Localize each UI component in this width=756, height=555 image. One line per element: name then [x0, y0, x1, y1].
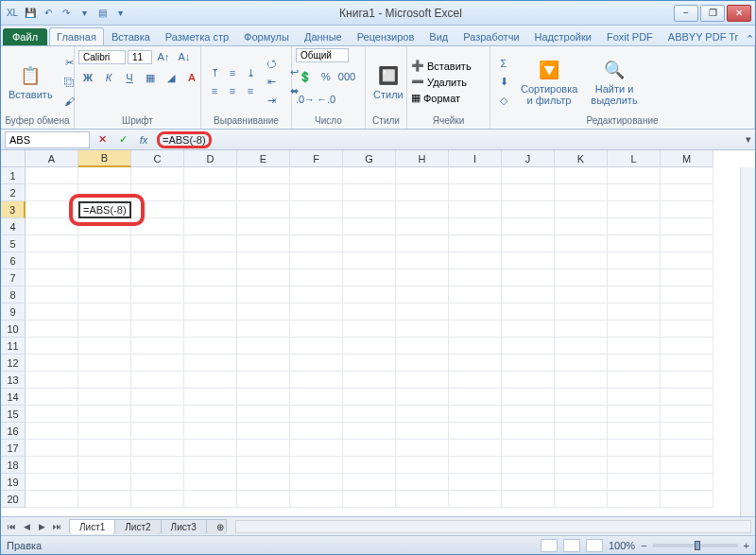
redo-icon[interactable]: ↷ [59, 6, 74, 21]
cell[interactable] [78, 457, 131, 474]
cell[interactable] [26, 167, 78, 184]
align-right-icon[interactable]: ≡ [241, 82, 260, 99]
border-icon[interactable]: ▦ [141, 69, 160, 86]
cell[interactable] [555, 372, 608, 389]
cell[interactable] [26, 457, 78, 474]
tab-foxit[interactable]: Foxit PDF [599, 27, 661, 45]
vertical-scrollbar[interactable] [740, 167, 755, 516]
cell[interactable] [661, 252, 713, 269]
row-header-19[interactable]: 19 [1, 474, 26, 491]
cell[interactable] [555, 286, 608, 304]
cell[interactable] [661, 474, 713, 491]
align-left-icon[interactable]: ≡ [205, 82, 224, 99]
inc-decimal-icon[interactable]: .0→ [296, 91, 315, 108]
cell[interactable] [396, 252, 449, 269]
indent-inc-icon[interactable]: ⇥ [262, 93, 281, 110]
cell[interactable] [502, 201, 555, 218]
font-size-select[interactable]: 11 [128, 50, 152, 64]
cell[interactable] [608, 457, 661, 474]
cell[interactable] [396, 389, 449, 406]
cell[interactable] [661, 286, 713, 304]
zoom-out-button[interactable]: − [641, 540, 646, 551]
cell[interactable] [396, 355, 449, 372]
cell[interactable] [396, 235, 449, 252]
row-header-20[interactable]: 20 [1, 491, 26, 508]
cell[interactable] [555, 355, 608, 372]
cell[interactable] [78, 184, 131, 201]
cell[interactable] [608, 355, 661, 372]
row-header-18[interactable]: 18 [1, 457, 26, 474]
cell[interactable] [502, 252, 555, 269]
cell[interactable] [661, 355, 713, 372]
cell[interactable] [449, 406, 502, 423]
select-all-corner[interactable] [1, 150, 26, 167]
tab-developer[interactable]: Разработчи [455, 27, 526, 45]
cell[interactable] [290, 184, 343, 201]
cell[interactable] [78, 355, 131, 372]
cell[interactable] [608, 372, 661, 389]
cell[interactable] [661, 201, 713, 218]
cell[interactable] [343, 423, 396, 440]
tab-review[interactable]: Рецензиров [350, 27, 422, 45]
cell[interactable] [131, 304, 184, 321]
cell[interactable] [26, 355, 78, 372]
cell[interactable] [78, 167, 131, 184]
number-format-select[interactable]: Общий [296, 48, 349, 62]
cell[interactable] [502, 286, 555, 304]
cell[interactable] [502, 474, 555, 491]
cell[interactable] [184, 440, 237, 457]
cell[interactable] [608, 440, 661, 457]
cell[interactable] [608, 235, 661, 252]
cell[interactable] [184, 304, 237, 321]
cell[interactable] [502, 406, 555, 423]
cell[interactable] [502, 235, 555, 252]
cell[interactable] [343, 440, 396, 457]
cell[interactable] [608, 321, 661, 338]
zoom-slider[interactable] [653, 544, 738, 547]
cell[interactable] [343, 321, 396, 338]
cell[interactable] [237, 474, 290, 491]
cell[interactable] [396, 184, 449, 201]
cell[interactable] [661, 491, 713, 508]
cell[interactable] [343, 218, 396, 235]
cell[interactable] [555, 235, 608, 252]
cell[interactable] [449, 457, 502, 474]
sheet-nav-first-icon[interactable]: ⏮ [5, 520, 18, 533]
cell[interactable] [555, 491, 608, 508]
cell[interactable] [502, 423, 555, 440]
cell[interactable] [184, 184, 237, 201]
cell[interactable] [608, 201, 661, 218]
clear-icon[interactable]: ◇ [494, 93, 513, 110]
cell[interactable] [237, 218, 290, 235]
active-cell[interactable]: =ABS(-8) [78, 201, 131, 218]
cell[interactable] [237, 269, 290, 286]
cell[interactable] [237, 457, 290, 474]
row-header-14[interactable]: 14 [1, 389, 26, 406]
cell[interactable] [502, 491, 555, 508]
cell[interactable] [184, 457, 237, 474]
cell[interactable] [449, 372, 502, 389]
cell[interactable] [396, 474, 449, 491]
cell[interactable] [131, 201, 184, 218]
cell[interactable] [290, 440, 343, 457]
bold-button[interactable]: Ж [78, 69, 97, 86]
cell[interactable] [184, 389, 237, 406]
cell[interactable] [290, 423, 343, 440]
undo-icon[interactable]: ↶ [41, 6, 56, 21]
cell[interactable] [184, 201, 237, 218]
zoom-thumb[interactable] [695, 541, 700, 550]
cell[interactable] [396, 491, 449, 508]
cell[interactable] [78, 321, 131, 338]
cell[interactable] [237, 389, 290, 406]
cancel-icon[interactable]: ✕ [94, 131, 111, 148]
view-normal-icon[interactable] [541, 539, 558, 552]
cell[interactable] [290, 355, 343, 372]
cell[interactable] [343, 201, 396, 218]
paste-button[interactable]: 📋 Вставить [5, 62, 57, 102]
font-color-icon[interactable]: A [182, 69, 201, 86]
cell[interactable] [449, 218, 502, 235]
cell[interactable] [237, 235, 290, 252]
row-header-2[interactable]: 2 [1, 184, 26, 201]
cell[interactable] [661, 457, 713, 474]
row-header-16[interactable]: 16 [1, 423, 26, 440]
